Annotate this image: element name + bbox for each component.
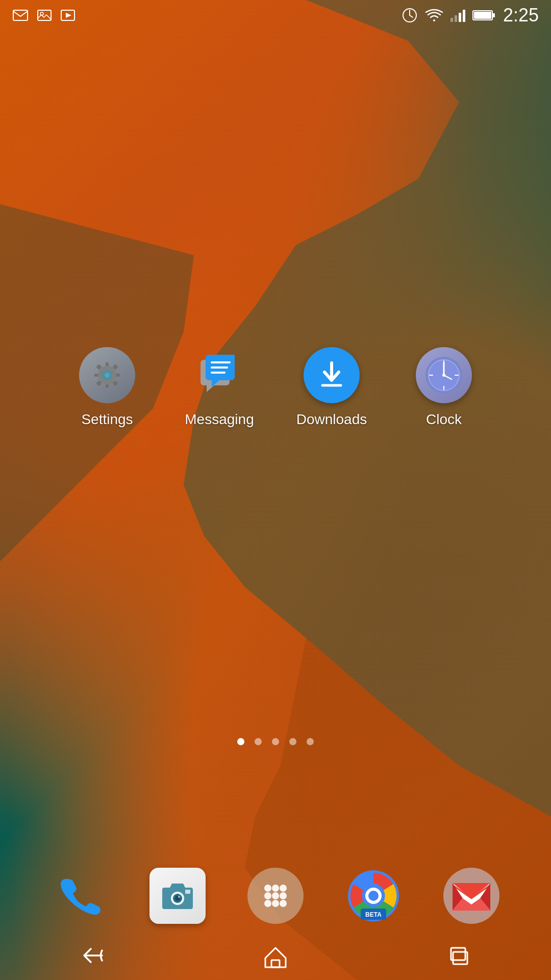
home-screen-apps: Settings Messaging Downloads [0,347,551,428]
svg-point-48 [272,892,279,899]
status-bar: 2:25 [0,0,551,31]
back-icon [77,943,107,968]
battery-icon [472,9,496,22]
chrome-icon[interactable]: BETA [345,868,402,924]
home-button[interactable] [245,940,306,971]
messaging-app[interactable]: Messaging [179,347,260,428]
image-notification-icon [37,8,52,22]
settings-app[interactable]: Settings [66,347,148,428]
chrome-app[interactable]: BETA [340,863,407,929]
svg-rect-0 [13,10,28,20]
page-dot-2[interactable] [255,738,262,745]
settings-label: Settings [81,411,133,428]
svg-rect-9 [474,12,491,19]
svg-point-24 [105,373,110,378]
svg-rect-1 [38,10,51,20]
svg-point-52 [280,900,287,907]
back-button[interactable] [61,940,122,971]
app-drawer-icon[interactable] [247,868,304,924]
recents-icon [444,943,474,968]
camera-icon[interactable] [149,868,206,924]
clock-icon[interactable] [416,347,472,403]
page-dot-4[interactable] [289,738,296,745]
gear-icon [92,360,122,390]
gmail-notification-icon [12,8,29,22]
wifi-icon [425,8,443,22]
status-clock-icon [402,7,418,23]
phone-app[interactable] [46,863,113,929]
gmail-icon[interactable] [443,868,499,924]
phone-icon [57,873,103,919]
svg-point-50 [264,900,271,907]
clock-svg [423,355,464,396]
camera-app[interactable] [144,863,211,929]
page-indicators [0,738,551,745]
gmail-svg [448,873,494,919]
play-notification-icon [60,8,76,22]
svg-rect-10 [492,13,495,17]
svg-rect-61 [271,960,280,967]
dock: BETA [0,863,551,929]
settings-icon[interactable] [79,347,135,403]
svg-point-42 [178,896,180,898]
svg-marker-4 [66,13,71,18]
downloads-app[interactable]: Downloads [291,347,372,428]
svg-text:BETA: BETA [365,911,382,918]
wallpaper [0,0,551,980]
downloads-icon[interactable] [304,347,360,403]
chrome-svg: BETA [345,868,402,924]
svg-rect-43 [185,890,190,894]
signal-strength-icon [450,9,465,22]
svg-point-34 [442,374,445,377]
status-system-icons: 2:25 [402,5,539,26]
svg-point-46 [280,885,287,892]
svg-point-47 [264,892,271,899]
gmail-app[interactable] [438,863,505,929]
wallpaper-terrain [0,0,551,980]
svg-point-49 [280,892,287,899]
messaging-icon[interactable] [191,347,247,403]
home-icon [260,943,291,968]
clock-label: Clock [426,411,462,428]
svg-point-56 [368,891,379,901]
page-dot-1[interactable] [237,738,244,745]
messaging-svg [191,347,247,403]
svg-point-45 [272,885,279,892]
page-dot-3[interactable] [272,738,279,745]
page-dot-5[interactable] [307,738,314,745]
app-drawer[interactable] [242,863,309,929]
recents-button[interactable] [429,940,490,971]
nav-bar [0,931,551,980]
download-arrow-icon [315,359,348,391]
svg-line-7 [410,15,413,17]
camera-svg [160,880,195,911]
grid-icon [258,878,293,914]
messaging-label: Messaging [185,411,254,428]
svg-point-44 [264,885,271,892]
status-time: 2:25 [503,5,539,26]
svg-point-51 [272,900,279,907]
downloads-label: Downloads [296,411,367,428]
clock-app[interactable]: Clock [403,347,485,428]
status-notifications [12,8,76,22]
